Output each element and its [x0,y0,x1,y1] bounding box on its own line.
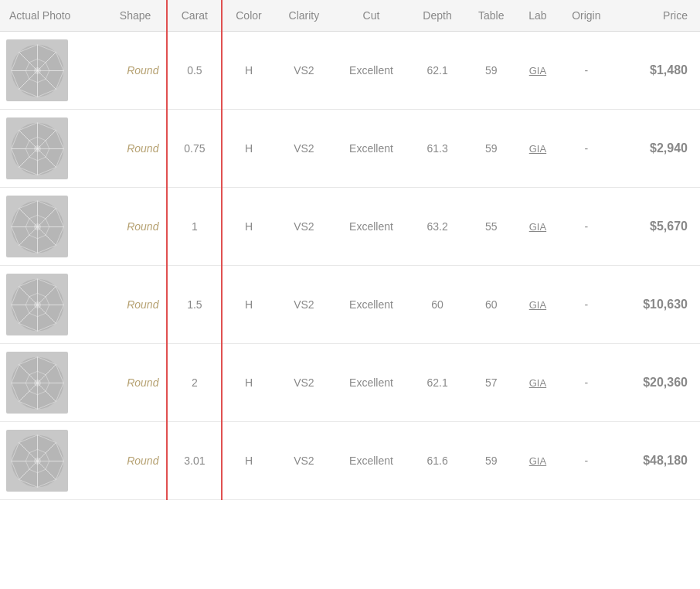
diamond-photo-cell [0,110,104,188]
depth-cell: 60 [409,266,465,344]
price-cell: $20,360 [614,344,700,422]
svg-point-101 [33,223,40,230]
clarity-cell: VS2 [275,344,333,422]
clarity-cell: VS2 [275,110,333,188]
cut-cell: Excellent [333,266,409,344]
color-cell: H [222,344,274,422]
diamond-table: Actual Photo Shape Carat Color Clarity C… [0,0,700,500]
gia-link[interactable]: GIA [529,455,546,467]
carat-cell: 0.5 [167,32,222,110]
gia-link[interactable]: GIA [529,65,546,77]
table-row: Round0.5HVS2Excellent62.159GIA-$1,480 [0,32,700,110]
gia-link[interactable]: GIA [529,377,546,389]
cut-cell: Excellent [333,422,409,500]
depth-cell: 63.2 [409,188,465,266]
diamond-thumbnail [6,430,68,492]
lab-cell: GIA [517,188,558,266]
table-row: Round1.5HVS2Excellent6060GIA-$10,630 [0,266,700,344]
diamond-thumbnail [6,117,68,179]
shape-cell: Round [104,422,168,500]
diamond-thumbnail [6,352,68,414]
depth-cell: 61.3 [409,110,465,188]
shape-cell: Round [104,188,168,266]
carat-cell: 1.5 [167,266,222,344]
table-row: Round1HVS2Excellent63.255GIA-$5,670 [0,188,700,266]
header-lab: Lab [517,0,558,32]
lab-cell: GIA [517,422,558,500]
depth-cell: 61.6 [409,422,465,500]
diamond-photo-cell [0,266,104,344]
table-value-cell: 59 [465,110,517,188]
table-value-cell: 57 [465,344,517,422]
cut-cell: Excellent [333,344,409,422]
color-cell: H [222,266,274,344]
header-origin: Origin [559,0,614,32]
table-row: Round2HVS2Excellent62.157GIA-$20,360 [0,344,700,422]
diamond-thumbnail [6,274,68,335]
carat-cell: 3.01 [167,422,222,500]
svg-point-203 [33,457,40,464]
svg-point-67 [33,145,40,152]
svg-point-169 [33,379,40,386]
lab-cell: GIA [517,344,558,422]
header-cut: Cut [333,0,409,32]
origin-cell: - [559,266,614,344]
origin-cell: - [559,344,614,422]
diamond-thumbnail [6,196,68,257]
origin-cell: - [559,188,614,266]
price-cell: $5,670 [614,188,700,266]
origin-cell: - [559,422,614,500]
header-shape: Shape [104,0,168,32]
diamond-thumbnail [6,39,68,101]
diamond-photo-cell [0,32,104,110]
header-clarity: Clarity [275,0,333,32]
origin-cell: - [559,110,614,188]
table-value-cell: 60 [465,266,517,344]
svg-point-135 [33,301,40,308]
origin-cell: - [559,32,614,110]
gia-link[interactable]: GIA [529,143,546,155]
shape-cell: Round [104,32,168,110]
header-actual-photo: Actual Photo [0,0,104,32]
color-cell: H [222,188,274,266]
header-carat: Carat [167,0,222,32]
price-cell: $48,180 [614,422,700,500]
color-cell: H [222,32,274,110]
price-cell: $1,480 [614,32,700,110]
diamond-photo-cell [0,188,104,266]
diamond-photo-cell [0,422,104,500]
depth-cell: 62.1 [409,344,465,422]
cut-cell: Excellent [333,110,409,188]
clarity-cell: VS2 [275,266,333,344]
svg-point-33 [33,66,40,73]
gia-link[interactable]: GIA [529,299,546,311]
carat-cell: 0.75 [167,110,222,188]
price-cell: $2,940 [614,110,700,188]
table-value-cell: 59 [465,32,517,110]
table-header-row: Actual Photo Shape Carat Color Clarity C… [0,0,700,32]
shape-cell: Round [104,110,168,188]
table-row: Round0.75HVS2Excellent61.359GIA-$2,940 [0,110,700,188]
lab-cell: GIA [517,32,558,110]
price-cell: $10,630 [614,266,700,344]
clarity-cell: VS2 [275,32,333,110]
header-table: Table [465,0,517,32]
shape-cell: Round [104,266,168,344]
color-cell: H [222,110,274,188]
table-row: Round3.01HVS2Excellent61.659GIA-$48,180 [0,422,700,500]
cut-cell: Excellent [333,188,409,266]
header-color: Color [222,0,274,32]
table-value-cell: 55 [465,188,517,266]
gia-link[interactable]: GIA [529,221,546,233]
carat-cell: 1 [167,188,222,266]
clarity-cell: VS2 [275,422,333,500]
color-cell: H [222,422,274,500]
shape-cell: Round [104,344,168,422]
lab-cell: GIA [517,266,558,344]
table-value-cell: 59 [465,422,517,500]
header-depth: Depth [409,0,465,32]
header-price: Price [614,0,700,32]
depth-cell: 62.1 [409,32,465,110]
clarity-cell: VS2 [275,188,333,266]
lab-cell: GIA [517,110,558,188]
